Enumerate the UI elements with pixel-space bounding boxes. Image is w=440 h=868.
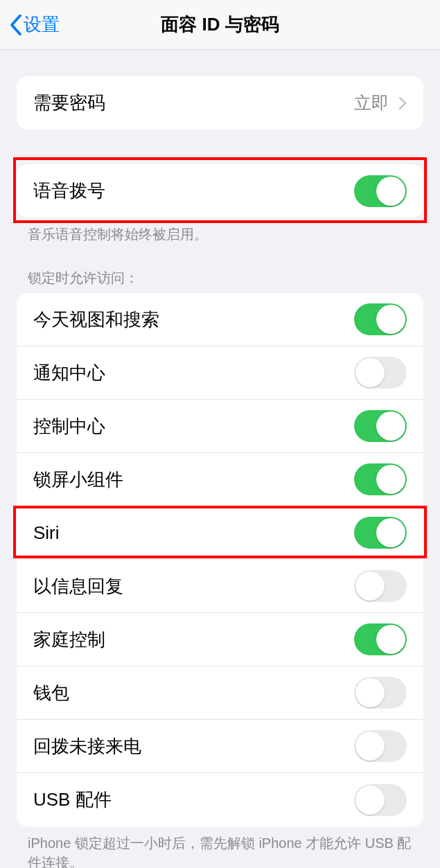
voice-dial-label: 语音拨号 — [33, 179, 354, 203]
passcode-group: 需要密码 立即 — [17, 76, 423, 130]
lock-access-row: 控制中心 — [17, 400, 423, 453]
lock-access-label: 通知中心 — [33, 361, 354, 385]
voice-dial-group: 语音拨号 — [17, 164, 423, 218]
lock-access-switch[interactable] — [354, 730, 407, 762]
lock-access-group: 今天视图和搜索通知中心控制中心锁屏小组件Siri以信息回复家庭控制钱包回拨未接来… — [17, 293, 423, 826]
lock-access-label: 钱包 — [33, 681, 354, 705]
require-passcode-value: 立即 — [354, 91, 389, 114]
lock-access-row: 锁屏小组件 — [17, 453, 423, 506]
require-passcode-row[interactable]: 需要密码 立即 — [17, 76, 423, 130]
lock-section-header: 锁定时允许访问： — [28, 269, 412, 287]
lock-access-switch[interactable] — [354, 570, 407, 602]
lock-access-label: 控制中心 — [33, 414, 354, 439]
lock-access-label: 今天视图和搜索 — [33, 308, 354, 332]
header: 设置 面容 ID 与密码 — [0, 0, 440, 50]
lock-access-switch[interactable] — [354, 463, 407, 495]
lock-access-row: 以信息回复 — [17, 560, 423, 613]
lock-access-switch[interactable] — [354, 517, 407, 549]
require-passcode-label: 需要密码 — [33, 91, 354, 115]
voice-dial-switch[interactable] — [354, 175, 407, 207]
chevron-right-icon — [398, 96, 407, 110]
lock-access-label: 回拨未接来电 — [33, 734, 354, 759]
back-label: 设置 — [24, 12, 60, 37]
lock-access-label: 以信息回复 — [33, 574, 354, 599]
voice-dial-row: 语音拨号 — [17, 164, 423, 218]
lock-access-row: 钱包 — [17, 666, 423, 720]
lock-access-label: Siri — [33, 522, 354, 544]
lock-access-switch[interactable] — [354, 303, 407, 335]
voice-dial-footnote: 音乐语音控制将始终被启用。 — [28, 224, 412, 244]
lock-access-row: 回拨未接来电 — [17, 720, 423, 773]
lock-access-switch[interactable] — [354, 784, 407, 816]
lock-access-row: 今天视图和搜索 — [17, 293, 423, 346]
lock-access-row: 家庭控制 — [17, 613, 423, 666]
back-button[interactable]: 设置 — [10, 12, 60, 37]
lock-access-row: 通知中心 — [17, 346, 423, 400]
lock-access-switch[interactable] — [354, 410, 407, 442]
lock-access-switch[interactable] — [354, 357, 407, 389]
lock-access-row: Siri — [17, 506, 423, 560]
page-title: 面容 ID 与密码 — [0, 12, 440, 37]
lock-access-row: USB 配件 — [17, 773, 423, 826]
lock-access-label: 锁屏小组件 — [33, 468, 354, 492]
lock-access-switch[interactable] — [354, 623, 407, 655]
usb-footnote: iPhone 锁定超过一小时后，需先解锁 iPhone 才能允许 USB 配件连… — [28, 833, 412, 868]
chevron-left-icon — [10, 15, 22, 35]
lock-access-switch[interactable] — [354, 677, 407, 709]
lock-access-label: USB 配件 — [33, 788, 354, 812]
lock-access-label: 家庭控制 — [33, 628, 354, 652]
